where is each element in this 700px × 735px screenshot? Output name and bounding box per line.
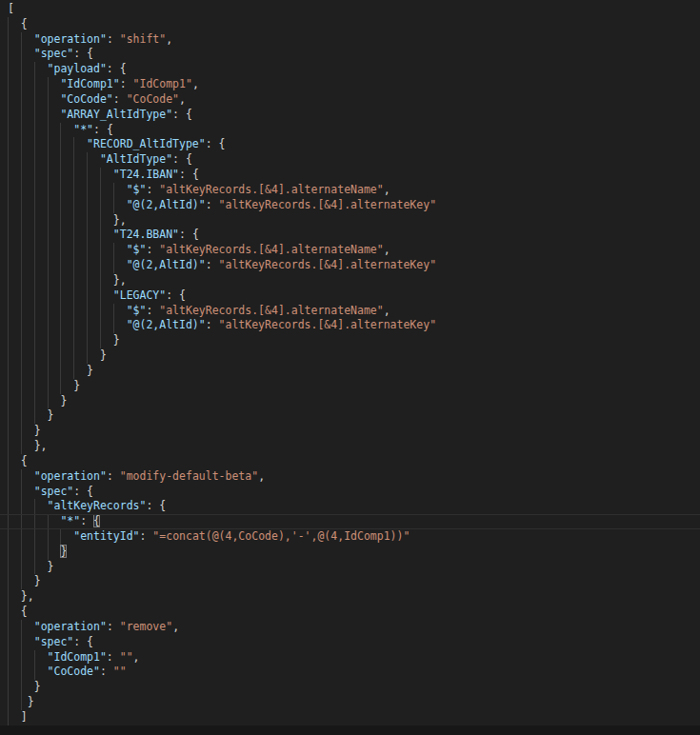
code-line[interactable]: "RECORD_AltIdType": {	[8, 137, 700, 152]
json-punctuation: {	[8, 454, 28, 467]
json-punctuation: : {	[172, 108, 192, 121]
code-line[interactable]: "spec": {	[8, 485, 700, 500]
code-line[interactable]: "LEGACY": {	[8, 288, 700, 304]
code-line[interactable]: }	[8, 364, 700, 379]
code-line[interactable]: },	[8, 439, 700, 454]
json-key: "@(2,AltId)"	[127, 258, 206, 271]
json-punctuation	[8, 635, 34, 648]
json-punctuation	[8, 228, 113, 241]
code-line[interactable]: "CoCode": ""	[8, 665, 700, 680]
code-line[interactable]: "@(2,AltId)": "altKeyRecords.[&4].altern…	[8, 258, 700, 273]
json-key: "payload"	[48, 62, 107, 75]
code-line[interactable]: "altKeyRecords": {	[8, 499, 700, 514]
code-line[interactable]: ]	[8, 710, 700, 725]
code-line[interactable]: }	[8, 348, 700, 364]
json-punctuation	[8, 529, 73, 543]
code-line[interactable]: "@(2,AltId)": "altKeyRecords.[&4].altern…	[8, 318, 700, 333]
code-line[interactable]: "$": "altKeyRecords.[&4].alternateName",	[8, 304, 700, 319]
json-punctuation	[8, 123, 73, 136]
json-punctuation: :	[80, 514, 93, 527]
json-key: "CoCode"	[60, 92, 112, 106]
code-line[interactable]: "T24.BBAN": {	[8, 228, 700, 243]
json-key: "T24.IBAN"	[113, 168, 179, 181]
code-line[interactable]: }	[8, 394, 700, 409]
json-punctuation: }	[8, 364, 93, 377]
json-punctuation: :	[146, 304, 159, 317]
json-punctuation: ,	[192, 77, 199, 90]
code-line[interactable]: {	[8, 454, 700, 469]
json-punctuation: }	[8, 680, 41, 693]
code-line[interactable]: },	[8, 273, 700, 288]
code-line[interactable]: }	[8, 379, 700, 394]
json-punctuation	[8, 32, 34, 46]
json-punctuation: ,	[258, 469, 265, 483]
code-line[interactable]: "entityId": "=concat(@(4,CoCode),'-',@(4…	[8, 529, 700, 545]
code-line[interactable]: }	[8, 695, 700, 710]
code-line[interactable]: "CoCode": "CoCode",	[8, 92, 700, 108]
code-line[interactable]: "T24.IBAN": {	[8, 168, 700, 183]
json-key: "entityId"	[73, 529, 139, 543]
code-line[interactable]: "operation": "shift",	[8, 32, 700, 48]
json-punctuation: ,	[384, 243, 390, 256]
json-punctuation: },	[8, 589, 34, 603]
json-punctuation	[8, 152, 100, 166]
json-punctuation: : {	[206, 137, 226, 150]
json-key: "IdComp1"	[60, 77, 119, 90]
json-punctuation: :	[120, 77, 133, 90]
code-editor-window: [ { "operation": "shift", "spec": { "pay…	[0, 0, 700, 735]
json-punctuation: }	[8, 424, 41, 437]
code-line[interactable]: "@(2,AltId)": "altKeyRecords.[&4].altern…	[8, 198, 700, 213]
json-punctuation: },	[8, 273, 127, 287]
json-punctuation: :	[100, 665, 113, 678]
json-punctuation	[8, 137, 87, 150]
json-punctuation: ]	[8, 710, 28, 724]
code-line[interactable]: "operation": "modify-default-beta",	[8, 469, 700, 485]
json-punctuation: },	[8, 439, 48, 452]
json-punctuation	[8, 77, 60, 90]
code-line[interactable]: }	[8, 408, 700, 424]
json-punctuation	[8, 620, 34, 633]
code-line[interactable]: "ARRAY_AltIdType": {	[8, 108, 700, 123]
code-line[interactable]: "IdComp1": "IdComp1",	[8, 77, 700, 92]
code-line[interactable]: }	[8, 680, 700, 695]
json-punctuation: ,	[166, 32, 172, 46]
code-line[interactable]: }	[8, 574, 700, 589]
code-line[interactable]: {	[8, 17, 700, 32]
json-punctuation: : {	[73, 635, 93, 648]
json-punctuation: }	[8, 394, 67, 407]
code-line[interactable]: "$": "altKeyRecords.[&4].alternateName",	[8, 183, 700, 198]
json-string: ""	[113, 665, 127, 678]
json-punctuation: :	[140, 529, 153, 543]
json-punctuation: ,	[172, 620, 179, 633]
json-bracket-match: {	[93, 514, 100, 527]
code-line[interactable]: "IdComp1": "",	[8, 650, 700, 665]
code-line[interactable]: {	[8, 605, 700, 620]
json-punctuation: : {	[172, 152, 192, 166]
code-line[interactable]: },	[8, 213, 700, 228]
code-line[interactable]: "*": {	[8, 123, 700, 138]
json-punctuation: }	[8, 348, 107, 362]
json-key: "LEGACY"	[113, 288, 166, 302]
editor[interactable]: [ { "operation": "shift", "spec": { "pay…	[0, 0, 700, 725]
code-line[interactable]: "operation": "remove",	[8, 620, 700, 635]
code-line[interactable]: "spec": {	[8, 635, 700, 650]
json-punctuation	[8, 469, 34, 483]
editor-bottom-strip	[0, 725, 700, 735]
code-line[interactable]: }	[8, 560, 700, 575]
json-punctuation: }	[8, 560, 53, 573]
json-punctuation: ,	[179, 92, 186, 106]
json-punctuation	[8, 665, 48, 678]
code-line[interactable]: "AltIdType": {	[8, 152, 700, 168]
code-line[interactable]: }	[8, 333, 700, 348]
code-line[interactable]: },	[8, 589, 700, 605]
code-line[interactable]: "*": {	[8, 514, 700, 529]
code-line[interactable]: }	[8, 424, 700, 439]
json-string: "=concat(@(4,CoCode),'-',@(4,IdComp1))"	[152, 529, 410, 543]
json-key: "operation"	[34, 32, 107, 46]
json-string: "altKeyRecords.[&4].alternateKey"	[219, 198, 436, 211]
code-line[interactable]: [	[8, 2, 700, 17]
code-line[interactable]: }	[8, 545, 700, 560]
code-line[interactable]: "payload": {	[8, 62, 700, 77]
code-line[interactable]: "$": "altKeyRecords.[&4].alternateName",	[8, 243, 700, 258]
code-line[interactable]: "spec": {	[8, 47, 700, 62]
